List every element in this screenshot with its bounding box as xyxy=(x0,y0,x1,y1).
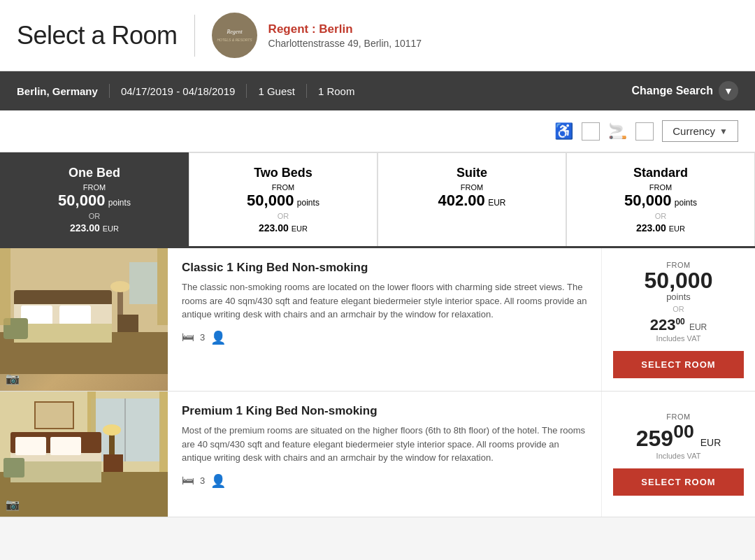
tab-two-beds[interactable]: Two Beds FROM 50,000 points OR 223.00 EU… xyxy=(189,152,378,246)
tab-standard-from: FROM xyxy=(575,183,746,192)
svg-rect-22 xyxy=(124,399,126,461)
tab-two-beds-eur: 223.00 EUR xyxy=(198,222,368,234)
pricing-or-classic: OR xyxy=(673,305,684,313)
guests-classic: 3 xyxy=(200,332,205,343)
currency-label: Currency xyxy=(673,125,715,137)
tab-standard-or: OR xyxy=(575,212,746,220)
room-details-premium: Premium 1 King Bed Non-smoking Most of t… xyxy=(168,392,601,517)
svg-rect-33 xyxy=(3,458,24,478)
smoking-checkbox[interactable] xyxy=(635,122,654,141)
room-description-classic: The classic non-smoking rooms are locate… xyxy=(182,280,587,322)
svg-text:HOTELS & RESORTS: HOTELS & RESORTS xyxy=(217,38,252,42)
person-icon-premium: 👤 xyxy=(210,473,226,489)
tab-standard-eur: 223.00 EUR xyxy=(575,222,746,234)
pricing-eur-row-premium: 25900 EUR xyxy=(636,421,721,452)
bed-icon-classic: 🛏 xyxy=(182,330,194,345)
svg-rect-9 xyxy=(59,306,91,325)
pricing-includes-classic: Includes VAT xyxy=(656,334,701,343)
pricing-eur-classic: 22300 EUR xyxy=(650,316,707,333)
change-search-button[interactable]: Change Search ▼ xyxy=(632,81,738,101)
svg-rect-24 xyxy=(159,392,168,472)
hotel-logo: Regent HOTELS & RESORTS xyxy=(212,13,257,58)
select-room-button-classic[interactable]: SELECT ROOM xyxy=(613,351,744,378)
filters-bar: ♿ 🚬 Currency ▼ xyxy=(0,110,755,152)
tab-one-bed[interactable]: One Bed FROM 50,000 points OR 223.00 EUR xyxy=(0,152,189,246)
tab-one-bed-points-label: points xyxy=(108,198,131,208)
smoking-icon: 🚬 xyxy=(608,122,627,141)
search-location: Berlin, Germany xyxy=(17,84,110,98)
tab-two-beds-points: 50,000 xyxy=(247,192,294,209)
room-description-premium: Most of the premium rooms are situated o… xyxy=(182,424,587,465)
room-title-premium: Premium 1 King Bed Non-smoking xyxy=(182,404,587,418)
accessibility-icon: ♿ xyxy=(554,122,573,141)
camera-icon: 📷 xyxy=(6,372,20,385)
room-amenities-premium: 🛏 3 👤 xyxy=(182,473,587,489)
pricing-includes-premium: Includes VAT xyxy=(656,452,701,460)
tab-standard[interactable]: Standard FROM 50,000 points OR 223.00 EU… xyxy=(566,152,755,246)
tab-one-bed-pricing: 50,000 points xyxy=(9,192,180,210)
tab-two-beds-or: OR xyxy=(198,212,368,220)
pricing-points-label-classic: points xyxy=(666,292,691,302)
search-info: Berlin, Germany 04/17/2019 - 04/18/2019 … xyxy=(17,84,632,98)
search-rooms: 1 Room xyxy=(307,84,366,98)
change-search-label: Change Search xyxy=(632,85,713,97)
page-header: Select a Room Regent HOTELS & RESORTS Re… xyxy=(0,0,755,71)
tab-standard-points-label: points xyxy=(675,198,697,208)
svg-rect-13 xyxy=(129,262,157,304)
tab-two-beds-from: FROM xyxy=(198,183,368,192)
currency-button[interactable]: Currency ▼ xyxy=(662,120,738,142)
svg-rect-28 xyxy=(50,437,81,455)
search-bar: Berlin, Germany 04/17/2019 - 04/18/2019 … xyxy=(0,71,755,110)
accessibility-checkbox[interactable] xyxy=(582,122,600,141)
header-divider xyxy=(194,15,195,57)
select-room-button-premium[interactable]: SELECT ROOM xyxy=(613,468,744,496)
room-tabs: One Bed FROM 50,000 points OR 223.00 EUR… xyxy=(0,152,755,248)
svg-rect-17 xyxy=(157,248,168,325)
tab-suite-points-label: EUR xyxy=(488,198,505,208)
page-title: Select a Room xyxy=(17,21,178,50)
tab-standard-name: Standard xyxy=(575,166,746,180)
tab-standard-points: 50,000 xyxy=(624,192,671,209)
svg-point-32 xyxy=(103,424,121,436)
tab-one-bed-from: FROM xyxy=(9,183,180,192)
room-pricing-premium: FROM 25900 EUR Includes VAT SELECT ROOM xyxy=(601,392,755,517)
tab-suite[interactable]: Suite FROM 402.00 EUR xyxy=(378,152,566,246)
tab-suite-from: FROM xyxy=(387,183,557,192)
guests-premium: 3 xyxy=(200,475,205,486)
search-dates: 04/17/2019 - 04/18/2019 xyxy=(110,84,247,98)
tab-suite-pricing: 402.00 EUR xyxy=(387,192,557,210)
room-details-classic: Classic 1 King Bed Non-smoking The class… xyxy=(168,248,601,391)
svg-rect-16 xyxy=(0,248,10,325)
chevron-down-icon: ▼ xyxy=(719,81,738,101)
bed-icon-premium: 🛏 xyxy=(182,473,194,488)
search-guests: 1 Guest xyxy=(247,84,307,98)
camera-icon-premium: 📷 xyxy=(6,498,20,511)
svg-rect-10 xyxy=(14,324,112,343)
tab-two-beds-pricing: 50,000 points xyxy=(198,192,368,210)
svg-rect-30 xyxy=(103,454,123,472)
room-image-classic: 📷 xyxy=(0,248,168,391)
room-title-classic: Classic 1 King Bed Non-smoking xyxy=(182,261,587,275)
pricing-eur-row-classic: 22300 EUR xyxy=(650,316,707,334)
tab-two-beds-points-label: points xyxy=(297,198,319,208)
tab-suite-name: Suite xyxy=(387,166,557,180)
hotel-info: Regent : Berlin Charlottenstrasse 49, Be… xyxy=(268,22,422,49)
svg-rect-27 xyxy=(15,437,46,455)
tab-one-bed-eur: 223.00 EUR xyxy=(9,222,180,234)
person-icon-classic: 👤 xyxy=(210,330,226,345)
room-pricing-classic: FROM 50,000 points OR 22300 EUR Includes… xyxy=(601,248,755,391)
hotel-address: Charlottenstrasse 49, Berlin, 10117 xyxy=(268,38,422,49)
tab-one-bed-points: 50,000 xyxy=(58,192,105,209)
hotel-name-link[interactable]: Regent : Berlin xyxy=(268,22,353,36)
pricing-from-premium: FROM xyxy=(666,412,690,421)
room-card-premium: 📷 Premium 1 King Bed Non-smoking Most of… xyxy=(0,392,755,517)
room-image-premium: 📷 xyxy=(0,392,168,517)
tab-one-bed-name: One Bed xyxy=(9,166,180,180)
room-amenities-classic: 🛏 3 👤 xyxy=(182,330,587,345)
room-list: 📷 Classic 1 King Bed Non-smoking The cla… xyxy=(0,248,755,517)
room-photo-premium: 📷 xyxy=(0,392,168,517)
svg-point-12 xyxy=(110,281,130,292)
room-card-classic: 📷 Classic 1 King Bed Non-smoking The cla… xyxy=(0,248,755,392)
tab-suite-points: 402.00 xyxy=(438,192,484,209)
pricing-points-classic: 50,000 xyxy=(645,268,713,293)
